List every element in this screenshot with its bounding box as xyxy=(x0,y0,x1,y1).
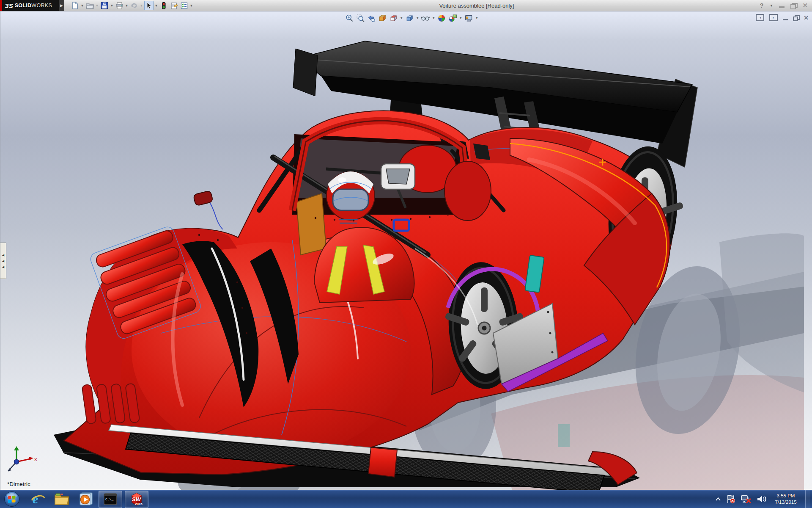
undo-button[interactable] xyxy=(129,1,139,10)
edit-appearance-button[interactable] xyxy=(437,14,447,22)
hide-show-items-button[interactable] xyxy=(421,14,431,22)
view-settings-button[interactable] xyxy=(464,14,474,22)
view-settings-icon xyxy=(464,14,473,22)
view-orientation-label: *Dimetric xyxy=(7,481,30,487)
new-document-button[interactable] xyxy=(70,1,80,10)
taskbar-solidworks[interactable]: SW 2015 xyxy=(125,491,148,508)
section-view-icon xyxy=(378,14,387,22)
view-orientation-button[interactable] xyxy=(389,14,398,22)
view-settings-dropdown[interactable]: ▼ xyxy=(475,16,479,20)
command-prompt-label: C:\_ xyxy=(105,497,113,501)
solidworks-logo-glyph: ЗS xyxy=(5,2,13,9)
show-desktop-button[interactable] xyxy=(805,490,810,508)
document-restore-button[interactable] xyxy=(793,15,798,20)
graphics-viewport[interactable]: ▼ ▼ ▼ ▼ ▼ ◂ ▸ ✕ ◀ ◀ ◀ xyxy=(0,11,812,490)
taskbar-internet-explorer[interactable]: e xyxy=(30,491,47,508)
collapse-arrow-icon: ◀ xyxy=(2,266,4,268)
hide-show-items-dropdown[interactable]: ▼ xyxy=(432,16,436,20)
zoom-to-area-button[interactable] xyxy=(356,14,365,22)
open-button[interactable] xyxy=(85,1,94,10)
minimize-button[interactable] xyxy=(779,3,785,8)
x-axis-label: x xyxy=(34,456,37,462)
side-mirror xyxy=(193,190,223,235)
print-dropdown[interactable]: ▼ xyxy=(125,4,129,8)
windows-start-icon xyxy=(4,491,20,507)
view-orientation-dropdown[interactable]: ▼ xyxy=(400,16,403,20)
undo-dropdown[interactable]: ▼ xyxy=(140,4,143,8)
help-button[interactable]: ? xyxy=(760,2,764,9)
grille-center-post xyxy=(368,447,397,477)
network-disconnected-icon xyxy=(741,494,752,504)
print-icon xyxy=(115,2,123,9)
window-title: Voiture assomblee [Read-only] xyxy=(193,3,760,9)
new-dropdown[interactable]: ▼ xyxy=(80,4,84,8)
cockpit-orange-panel xyxy=(296,193,326,255)
media-player-icon xyxy=(78,492,93,506)
show-hidden-icons-button[interactable] xyxy=(715,497,721,501)
action-center-icon[interactable] xyxy=(726,494,736,504)
select-dropdown[interactable]: ▼ xyxy=(154,4,158,8)
speaker-icon xyxy=(756,494,766,504)
headsup-view-toolbar: ▼ ▼ ▼ ▼ ▼ xyxy=(345,14,479,22)
close-button[interactable]: ✕ xyxy=(802,3,808,8)
document-close-button[interactable]: ✕ xyxy=(804,16,809,20)
select-button[interactable] xyxy=(144,1,154,10)
feature-manager-collapsed-tab[interactable]: ◀ ◀ ◀ xyxy=(0,243,6,279)
start-button[interactable] xyxy=(3,491,20,508)
apply-scene-icon xyxy=(448,14,457,22)
previous-view-button[interactable] xyxy=(367,14,376,22)
internet-explorer-icon: e xyxy=(31,492,45,506)
taskbar-clock[interactable]: 3:55 PM 7/13/2015 xyxy=(771,493,801,505)
display-style-button[interactable] xyxy=(405,14,414,22)
up-arrow-icon xyxy=(715,497,721,501)
save-icon xyxy=(101,2,108,9)
save-button[interactable] xyxy=(100,1,109,10)
rebuild-traffic-light-icon xyxy=(160,2,167,10)
section-view-button[interactable] xyxy=(378,14,387,22)
volume-icon[interactable] xyxy=(756,494,766,504)
select-cursor-icon xyxy=(145,2,152,9)
clock-date: 7/13/2015 xyxy=(771,499,801,505)
taskbar-media-player[interactable] xyxy=(77,491,94,508)
apply-scene-button[interactable] xyxy=(448,14,458,22)
logo-flyout-arrow[interactable]: ▶ xyxy=(59,0,64,11)
solidworks-logo: ЗS SOLIDWORKS xyxy=(2,0,59,11)
print-button[interactable] xyxy=(115,1,124,10)
collapse-panel-left-icon[interactable]: ◂ xyxy=(756,14,764,21)
document-minimize-button[interactable] xyxy=(783,19,788,20)
taskbar-command-prompt[interactable]: C:\_ xyxy=(99,491,122,508)
new-document-icon xyxy=(71,2,79,9)
apply-scene-dropdown[interactable]: ▼ xyxy=(459,16,463,20)
network-status-icon[interactable] xyxy=(741,494,752,504)
file-properties-button[interactable] xyxy=(169,1,178,10)
model-canvas-race-car[interactable] xyxy=(0,11,812,490)
display-style-icon xyxy=(405,14,414,22)
open-icon xyxy=(86,2,94,9)
zoom-to-fit-button[interactable] xyxy=(345,14,354,22)
windows-taskbar: e C:\_ SW 2015 xyxy=(0,490,812,508)
undo-icon xyxy=(130,2,138,9)
main-toolbar: ▼ ▼ ▼ ▼ ▼ ▼ ▼ xyxy=(70,1,193,10)
taskbar-windows-explorer[interactable] xyxy=(53,491,70,508)
document-window-controls: ◂ ▸ ✕ xyxy=(756,14,809,21)
expand-panel-right-icon[interactable]: ▸ xyxy=(769,14,778,21)
solidworks-icon-letters: SW xyxy=(132,496,142,502)
help-dropdown[interactable]: ▼ xyxy=(769,4,773,8)
open-dropdown[interactable]: ▼ xyxy=(95,4,99,8)
rebuild-button[interactable] xyxy=(159,1,168,10)
triad-origin xyxy=(14,460,19,464)
collapse-arrow-icon: ◀ xyxy=(2,254,4,256)
helmet-visor xyxy=(333,189,368,210)
orientation-triad: x xyxy=(3,445,38,475)
title-bar: ЗS SOLIDWORKS ▶ ▼ ▼ ▼ ▼ ▼ ▼ ▼ Voitu xyxy=(0,0,812,11)
solidworks-icon-year: 2015 xyxy=(135,502,143,506)
file-properties-icon xyxy=(170,2,178,10)
view-orientation-icon xyxy=(389,14,398,22)
zoom-to-area-icon xyxy=(356,14,365,22)
options-dropdown[interactable]: ▼ xyxy=(189,4,193,8)
options-button[interactable] xyxy=(179,1,189,10)
save-dropdown[interactable]: ▼ xyxy=(110,4,114,8)
restore-button[interactable] xyxy=(790,3,796,8)
display-style-dropdown[interactable]: ▼ xyxy=(416,16,420,20)
folder-icon xyxy=(54,492,69,506)
